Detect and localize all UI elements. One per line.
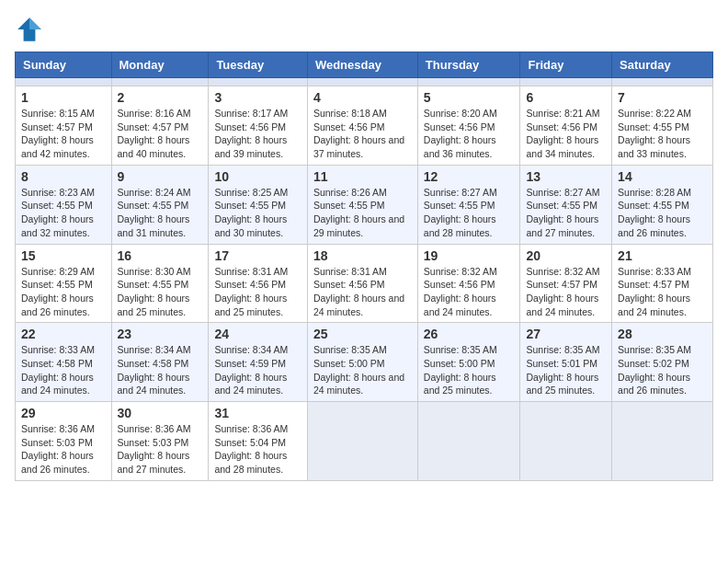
column-header-sunday: Sunday [16, 52, 112, 78]
calendar-cell: 18 Sunrise: 8:31 AM Sunset: 4:56 PM Dayl… [307, 244, 417, 323]
calendar-cell: 23 Sunrise: 8:34 AM Sunset: 4:58 PM Dayl… [111, 323, 209, 402]
sunset-label: Sunset: 4:58 PM [118, 358, 189, 369]
sunrise-label: Sunrise: 8:28 AM [618, 187, 691, 198]
sunset-label: Sunset: 5:03 PM [21, 437, 93, 448]
column-header-friday: Friday [520, 52, 612, 78]
sunrise-label: Sunrise: 8:32 AM [526, 266, 599, 277]
sunrise-label: Sunrise: 8:34 AM [214, 344, 288, 355]
day-number: 25 [313, 327, 412, 341]
day-info: Sunrise: 8:32 AM Sunset: 4:56 PM Dayligh… [424, 265, 515, 319]
column-header-thursday: Thursday [417, 52, 520, 78]
day-info: Sunrise: 8:27 AM Sunset: 4:55 PM Dayligh… [424, 186, 515, 240]
sunset-label: Sunset: 4:55 PM [21, 279, 93, 290]
calendar-cell: 20 Sunrise: 8:32 AM Sunset: 4:57 PM Dayl… [520, 244, 612, 323]
sunrise-label: Sunrise: 8:34 AM [118, 344, 191, 355]
daylight-label: Daylight: 8 hours and 26 minutes. [618, 213, 690, 238]
week-row-5: 29 Sunrise: 8:36 AM Sunset: 5:03 PM Dayl… [16, 402, 713, 481]
sunrise-label: Sunrise: 8:20 AM [424, 108, 497, 119]
calendar-cell [417, 78, 520, 86]
week-row-0 [16, 78, 713, 86]
header-row: SundayMondayTuesdayWednesdayThursdayFrid… [16, 52, 713, 78]
sunrise-label: Sunrise: 8:24 AM [118, 187, 191, 198]
sunset-label: Sunset: 4:57 PM [21, 121, 93, 132]
calendar-cell: 21 Sunrise: 8:33 AM Sunset: 4:57 PM Dayl… [612, 244, 713, 323]
sunrise-label: Sunrise: 8:21 AM [526, 108, 599, 119]
sunset-label: Sunset: 4:56 PM [313, 121, 385, 132]
sunrise-label: Sunrise: 8:27 AM [424, 187, 497, 198]
daylight-label: Daylight: 8 hours and 39 minutes. [214, 134, 287, 159]
day-info: Sunrise: 8:35 AM Sunset: 5:00 PM Dayligh… [313, 343, 412, 397]
day-number: 20 [526, 248, 606, 263]
sunrise-label: Sunrise: 8:36 AM [118, 423, 191, 434]
day-info: Sunrise: 8:34 AM Sunset: 4:58 PM Dayligh… [118, 343, 203, 397]
day-number: 2 [118, 90, 203, 105]
day-number: 16 [118, 248, 203, 263]
calendar-cell: 25 Sunrise: 8:35 AM Sunset: 5:00 PM Dayl… [307, 323, 417, 402]
svg-marker-1 [29, 17, 41, 29]
sunset-label: Sunset: 5:01 PM [526, 358, 597, 369]
sunrise-label: Sunrise: 8:36 AM [21, 423, 95, 434]
day-info: Sunrise: 8:36 AM Sunset: 5:04 PM Dayligh… [214, 422, 301, 477]
calendar-cell [16, 78, 112, 86]
calendar-cell [612, 402, 713, 481]
sunset-label: Sunset: 4:56 PM [526, 121, 597, 132]
calendar-cell: 15 Sunrise: 8:29 AM Sunset: 4:55 PM Dayl… [16, 244, 112, 323]
calendar-cell: 30 Sunrise: 8:36 AM Sunset: 5:03 PM Dayl… [111, 402, 209, 481]
calendar-cell: 19 Sunrise: 8:32 AM Sunset: 4:56 PM Dayl… [417, 244, 520, 323]
calendar-cell: 3 Sunrise: 8:17 AM Sunset: 4:56 PM Dayli… [209, 86, 307, 166]
day-number: 15 [21, 248, 106, 263]
sunset-label: Sunset: 4:59 PM [214, 358, 286, 369]
daylight-label: Daylight: 8 hours and 25 minutes. [118, 293, 190, 317]
day-info: Sunrise: 8:34 AM Sunset: 4:59 PM Dayligh… [214, 343, 301, 397]
calendar-cell: 24 Sunrise: 8:34 AM Sunset: 4:59 PM Dayl… [209, 323, 307, 402]
sunrise-label: Sunrise: 8:27 AM [526, 187, 599, 198]
sunrise-label: Sunrise: 8:22 AM [618, 108, 691, 119]
daylight-label: Daylight: 8 hours and 40 minutes. [118, 134, 190, 159]
day-number: 8 [21, 169, 106, 184]
column-header-saturday: Saturday [612, 52, 713, 78]
daylight-label: Daylight: 8 hours and 24 minutes. [118, 372, 190, 396]
daylight-label: Daylight: 8 hours and 24 minutes. [313, 293, 404, 317]
daylight-label: Daylight: 8 hours and 30 minutes. [214, 213, 287, 238]
week-row-2: 8 Sunrise: 8:23 AM Sunset: 4:55 PM Dayli… [16, 165, 713, 244]
daylight-label: Daylight: 8 hours and 28 minutes. [214, 450, 287, 475]
daylight-label: Daylight: 8 hours and 34 minutes. [526, 134, 598, 159]
day-info: Sunrise: 8:31 AM Sunset: 4:56 PM Dayligh… [313, 265, 412, 319]
sunset-label: Sunset: 4:57 PM [526, 279, 597, 290]
day-info: Sunrise: 8:36 AM Sunset: 5:03 PM Dayligh… [21, 422, 106, 477]
day-info: Sunrise: 8:16 AM Sunset: 4:57 PM Dayligh… [118, 107, 203, 161]
daylight-label: Daylight: 8 hours and 26 minutes. [618, 372, 690, 396]
day-info: Sunrise: 8:31 AM Sunset: 4:56 PM Dayligh… [214, 265, 301, 319]
calendar-cell: 12 Sunrise: 8:27 AM Sunset: 4:55 PM Dayl… [417, 165, 520, 244]
calendar-cell [307, 78, 417, 86]
calendar-cell: 9 Sunrise: 8:24 AM Sunset: 4:55 PM Dayli… [111, 165, 209, 244]
sunset-label: Sunset: 4:56 PM [214, 279, 286, 290]
sunset-label: Sunset: 5:00 PM [313, 358, 385, 369]
day-info: Sunrise: 8:17 AM Sunset: 4:56 PM Dayligh… [214, 107, 301, 161]
calendar-cell: 13 Sunrise: 8:27 AM Sunset: 4:55 PM Dayl… [520, 165, 612, 244]
calendar-cell: 29 Sunrise: 8:36 AM Sunset: 5:03 PM Dayl… [16, 402, 112, 481]
calendar-cell: 2 Sunrise: 8:16 AM Sunset: 4:57 PM Dayli… [111, 86, 209, 166]
day-info: Sunrise: 8:21 AM Sunset: 4:56 PM Dayligh… [526, 107, 606, 161]
sunset-label: Sunset: 5:04 PM [214, 437, 286, 448]
calendar-cell [520, 402, 612, 481]
sunset-label: Sunset: 4:55 PM [526, 200, 597, 211]
calendar-cell: 10 Sunrise: 8:25 AM Sunset: 4:55 PM Dayl… [209, 165, 307, 244]
daylight-label: Daylight: 8 hours and 25 minutes. [424, 372, 496, 396]
calendar-cell [417, 402, 520, 481]
calendar-cell: 14 Sunrise: 8:28 AM Sunset: 4:55 PM Dayl… [612, 165, 713, 244]
sunset-label: Sunset: 4:57 PM [618, 279, 689, 290]
sunrise-label: Sunrise: 8:17 AM [214, 108, 288, 119]
daylight-label: Daylight: 8 hours and 27 minutes. [526, 213, 598, 238]
calendar-cell: 8 Sunrise: 8:23 AM Sunset: 4:55 PM Dayli… [16, 165, 112, 244]
calendar-cell: 28 Sunrise: 8:35 AM Sunset: 5:02 PM Dayl… [612, 323, 713, 402]
week-row-1: 1 Sunrise: 8:15 AM Sunset: 4:57 PM Dayli… [16, 86, 713, 166]
sunset-label: Sunset: 4:56 PM [424, 121, 495, 132]
calendar-table: SundayMondayTuesdayWednesdayThursdayFrid… [15, 52, 713, 481]
calendar-cell: 31 Sunrise: 8:36 AM Sunset: 5:04 PM Dayl… [209, 402, 307, 481]
column-header-monday: Monday [111, 52, 209, 78]
daylight-label: Daylight: 8 hours and 25 minutes. [526, 372, 598, 396]
sunset-label: Sunset: 4:55 PM [21, 200, 93, 211]
daylight-label: Daylight: 8 hours and 24 minutes. [618, 293, 690, 317]
column-header-tuesday: Tuesday [209, 52, 307, 78]
